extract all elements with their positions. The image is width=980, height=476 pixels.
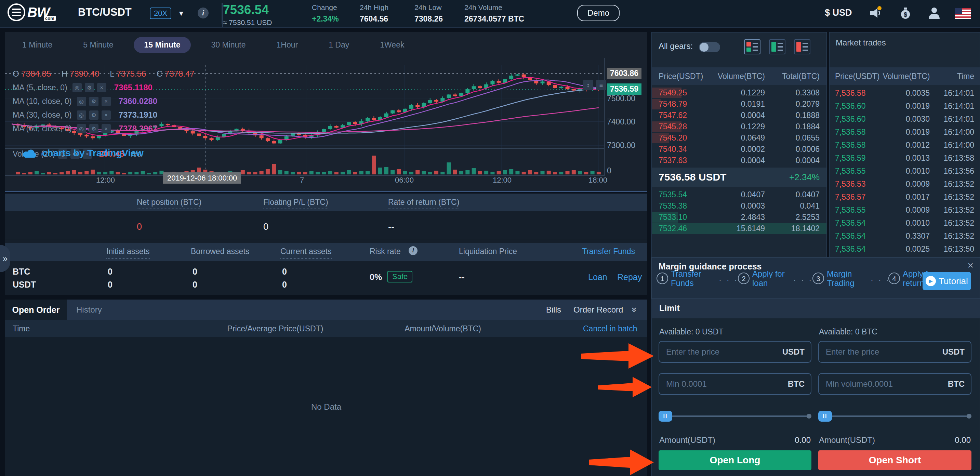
bills-link[interactable]: Bills (546, 299, 561, 320)
trade-volume: 0.0019 (883, 102, 930, 111)
user-account-icon[interactable] (928, 6, 941, 20)
long-amount-field[interactable]: BTC (659, 373, 811, 395)
short-price-field[interactable]: USDT (818, 341, 972, 363)
currency-selector[interactable]: $ USD (825, 8, 852, 18)
step-label: Apply forloan (752, 269, 785, 288)
indicator-settings-icon[interactable]: ⚙ (89, 97, 99, 106)
leverage-badge[interactable]: 20X (150, 8, 171, 19)
ma-value: 7378.3967 (119, 124, 157, 133)
guidance-step-3[interactable]: 3MarginTrading (813, 269, 854, 288)
bid-row[interactable]: 7535.380.00030.041 (652, 201, 826, 212)
long-amount-input[interactable] (665, 379, 788, 389)
trade-volume: 0.0019 (883, 127, 930, 137)
chart-menu-icon[interactable]: ≡ (596, 80, 606, 90)
assets-wallet-icon[interactable]: $ (899, 6, 912, 20)
col-time: Time (13, 320, 30, 337)
pair-info-icon[interactable]: i (198, 8, 208, 19)
guidance-step-2[interactable]: 2Apply forloan (738, 269, 785, 288)
long-price-input[interactable] (665, 347, 782, 357)
trade-price: 7,536.55 (835, 167, 883, 176)
trade-time: 16:14:01 (930, 102, 974, 111)
ask-volume: 0.0002 (713, 145, 765, 154)
short-amount-input[interactable] (825, 379, 948, 389)
ask-row[interactable]: 7545.200.06490.0655 (652, 132, 826, 143)
all-gears-toggle[interactable] (699, 42, 720, 53)
open-short-button[interactable]: Open Short (818, 451, 972, 470)
bid-total: 18.1402 (765, 224, 819, 233)
announcement-icon[interactable] (869, 6, 882, 20)
indicator-visibility-icon[interactable]: ◎ (77, 110, 86, 120)
floating-pl-value: 0 (263, 221, 269, 232)
timeframe-tab-1hour[interactable]: 1Hour (266, 37, 309, 53)
high-label: 24h High (360, 3, 388, 12)
indicator-remove-icon[interactable]: × (102, 124, 111, 133)
short-amount-slider[interactable]: II (818, 410, 972, 422)
trade-volume: 0.0025 (883, 245, 930, 254)
book-view-bids-icon[interactable] (769, 39, 786, 54)
language-flag-icon[interactable] (955, 8, 971, 19)
collapse-chevron-icon[interactable]: » (624, 307, 644, 312)
trading-app: BW com BTC/USDT 20X ▼ i 7536.54 ≈ 7530.5… (0, 0, 980, 476)
order-record-link[interactable]: Order Record (573, 299, 623, 320)
short-price-input[interactable] (825, 347, 942, 357)
chart-panel: 1 Minute5 Minute15 Minute30 Minute1Hour1… (5, 32, 647, 192)
book-view-asks-icon[interactable] (794, 39, 810, 54)
close-icon[interactable]: × (967, 259, 974, 271)
short-slider-handle[interactable]: II (818, 411, 832, 422)
book-view-both-icon[interactable] (744, 39, 760, 54)
ask-row[interactable]: 7537.630.00040.0004 (652, 155, 826, 166)
tutorial-button[interactable]: ▶ Tutorial (923, 272, 971, 290)
demo-button[interactable]: Demo (577, 5, 620, 21)
indicator-remove-icon[interactable]: × (97, 83, 107, 92)
tab-open-order[interactable]: Open Order (5, 299, 67, 320)
tab-history[interactable]: History (76, 299, 102, 320)
trade-row: 7,536.530.000916:13:52 (830, 177, 980, 191)
indicator-visibility-icon[interactable]: ◎ (77, 124, 86, 133)
open-long-button[interactable]: Open Long (659, 451, 811, 470)
timeframe-tab-15-minute[interactable]: 15 Minute (134, 37, 191, 53)
y-tick-7500: 7500.00 (607, 94, 647, 103)
bid-total: 0.041 (765, 201, 819, 211)
indicator-visibility-icon[interactable]: ◎ (77, 97, 86, 106)
bid-row[interactable]: 7533.102.48432.5253 (652, 212, 826, 223)
indicator-settings-icon[interactable]: ⚙ (89, 110, 99, 120)
ask-volume: 0.1229 (713, 122, 765, 131)
liquidation-price-value: -- (459, 272, 465, 282)
timeframe-tab-1-minute[interactable]: 1 Minute (12, 37, 62, 53)
indicator-settings-icon[interactable]: ⚙ (89, 124, 99, 133)
timeframe-tab-5-minute[interactable]: 5 Minute (73, 37, 123, 53)
bid-row[interactable]: 7532.4615.614918.1402 (652, 223, 826, 234)
trade-time: 16:13:56 (930, 167, 974, 176)
indicator-remove-icon[interactable]: × (102, 97, 111, 106)
market-trades-list: 7,536.580.003516:14:017,536.600.001916:1… (830, 86, 980, 257)
chart-scale-icon[interactable]: ↕ (583, 80, 593, 90)
indicator-remove-icon[interactable]: × (102, 110, 111, 120)
timeframe-tab-1week[interactable]: 1Week (370, 37, 414, 53)
svg-text:$: $ (904, 11, 907, 18)
ask-row[interactable]: 7548.790.01910.2079 (652, 99, 826, 110)
loan-link[interactable]: Loan (588, 272, 607, 282)
long-price-field[interactable]: USDT (659, 341, 811, 363)
indicator-visibility-icon[interactable]: ◎ (73, 83, 82, 92)
transfer-funds-link[interactable]: Transfer Funds (582, 247, 635, 256)
long-amount-slider[interactable]: II (659, 410, 811, 422)
bid-row[interactable]: 7535.540.04070.0407 (652, 189, 826, 201)
ma-value: 7373.1910 (119, 110, 157, 120)
bw-logo[interactable]: BW (8, 3, 49, 21)
pair-dropdown-caret-icon[interactable]: ▼ (178, 10, 185, 18)
risk-rate-info-icon[interactable]: i (409, 246, 417, 255)
timeframe-tab-30-minute[interactable]: 30 Minute (201, 37, 256, 53)
cancel-in-batch-link[interactable]: Cancel in batch (583, 320, 637, 337)
indicator-settings-icon[interactable]: ⚙ (85, 83, 94, 92)
long-slider-handle[interactable]: II (659, 411, 672, 422)
guidance-step-1[interactable]: 1TransferFunds (657, 269, 701, 288)
long-amount-label: Amount(USDT) (659, 435, 715, 445)
ask-row[interactable]: 7547.620.00040.1888 (652, 110, 826, 121)
ask-row[interactable]: 7549.250.12290.3308 (652, 87, 826, 99)
timeframe-tab-1-day[interactable]: 1 Day (318, 37, 360, 53)
ask-row[interactable]: 7545.280.12290.1884 (652, 121, 826, 132)
ohlc-h-value: 7390.40 (70, 69, 100, 78)
short-amount-field[interactable]: BTC (818, 373, 972, 395)
ask-row[interactable]: 7540.340.00020.0006 (652, 143, 826, 155)
repay-link[interactable]: Repay (617, 272, 642, 282)
